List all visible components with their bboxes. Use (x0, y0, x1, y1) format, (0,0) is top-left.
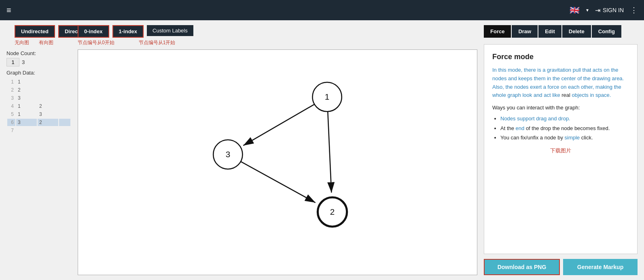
left-panel: Undirected Directed 无向图 有向图 Node Count: … (6, 25, 71, 275)
row-cell: 3 (16, 94, 37, 102)
draw-mode-button[interactable]: Draw (512, 25, 538, 38)
row-cell (59, 119, 70, 126)
edit-mode-button[interactable]: Edit (538, 25, 561, 38)
info-simple-text: simple (565, 135, 580, 141)
sign-in-button[interactable]: ⇥ SIGN IN (595, 6, 624, 14)
index-buttons: 0-index 1-index Custom Labels (78, 25, 477, 38)
graph-type-buttons: Undirected Directed (15, 25, 71, 38)
more-icon[interactable]: ⋮ (630, 6, 638, 15)
flag-icon[interactable]: 🇬🇧 (570, 5, 580, 15)
node-count-row: 3 (6, 58, 71, 66)
row-cell (38, 127, 58, 134)
row-cell: 3 (38, 111, 58, 118)
svg-line-1 (328, 111, 331, 192)
info-title: Force mode (492, 53, 629, 61)
row-cell (59, 86, 70, 94)
one-index-subtitle: 节点编号从1开始 (139, 39, 176, 46)
info-end-text: end (516, 125, 525, 131)
hamburger-icon[interactable]: ≡ (6, 6, 11, 15)
row-number: 1 (7, 78, 15, 85)
chevron-down-icon: ▾ (586, 7, 589, 13)
center-panel: 0-index 1-index Custom Labels 节点编号从0开始 节… (78, 25, 477, 275)
table-row: 33 (7, 94, 70, 102)
undirected-button[interactable]: Undirected (15, 25, 55, 38)
table-row: 11 (7, 78, 70, 85)
row-cell: 2 (38, 119, 58, 126)
info-description: In this mode, there is a gravitation pul… (492, 66, 629, 100)
row-cell (38, 78, 58, 85)
undirected-subtitle: 无向图 (15, 39, 29, 46)
one-index-button[interactable]: 1-index (112, 25, 144, 38)
right-panel: Force Draw Edit Delete Config Force mode… (484, 25, 638, 275)
download-image-link[interactable]: 下载图片 (492, 147, 629, 154)
row-cell: 2 (16, 86, 37, 94)
row-cell: 1 (16, 111, 37, 118)
row-cell (59, 78, 70, 85)
row-cell (59, 94, 70, 102)
zero-index-button[interactable]: 0-index (78, 25, 109, 38)
info-bullet1-text: Nodes support drag and drop. (500, 115, 570, 122)
row-cell (59, 111, 70, 118)
header-left: ≡ (6, 6, 11, 15)
row-cell (59, 127, 70, 134)
delete-mode-button[interactable]: Delete (562, 25, 591, 38)
zero-index-subtitle: 节点编号从0开始 (78, 39, 114, 46)
row-cell (38, 94, 58, 102)
graph-canvas[interactable]: 123 (78, 49, 477, 275)
generate-markup-button[interactable]: Generate Markup (563, 259, 638, 275)
info-list-item-1: Nodes support drag and drop. (500, 114, 629, 123)
info-box: Force mode In this mode, there is a grav… (484, 44, 638, 254)
info-list: Nodes support drag and drop. At the end … (492, 114, 629, 142)
row-cell (16, 127, 37, 134)
graph-svg: 123 (78, 50, 477, 275)
download-png-button[interactable]: Download as PNG (484, 259, 560, 275)
info-list-item-3: You can fix/unfix a node by simple click… (500, 133, 629, 142)
row-cell: 3 (16, 119, 37, 126)
svg-line-3 (241, 162, 316, 203)
main-container: Undirected Directed 无向图 有向图 Node Count: … (0, 20, 644, 280)
sign-in-icon: ⇥ (595, 6, 600, 14)
row-number: 6 (7, 119, 15, 126)
info-interact-title: Ways you can interact with the graph: (492, 105, 629, 111)
node-count-value: 3 (22, 59, 25, 65)
row-cell: 2 (38, 103, 58, 110)
directed-subtitle: 有向图 (39, 39, 53, 46)
index-labels: 节点编号从0开始 节点编号从1开始 (78, 39, 477, 46)
custom-labels-button[interactable]: Custom Labels (147, 25, 193, 36)
row-number: 5 (7, 111, 15, 118)
row-number: 3 (7, 94, 15, 102)
node-count-label: Node Count: (6, 50, 71, 56)
header: ≡ 🇬🇧 ▾ ⇥ SIGN IN ⋮ (0, 0, 644, 20)
graph-type-labels: 无向图 有向图 (15, 39, 71, 46)
svg-text:2: 2 (330, 207, 335, 216)
graph-data-label: Graph Data: (6, 70, 71, 76)
info-real-text: real (561, 92, 570, 98)
svg-line-2 (243, 104, 314, 145)
row-number: 4 (7, 103, 15, 110)
header-right: 🇬🇧 ▾ ⇥ SIGN IN ⋮ (570, 5, 638, 15)
row-number: 2 (7, 86, 15, 94)
info-list-item-2: At the end of the drop the node becomes … (500, 124, 629, 133)
table-row: 513 (7, 111, 70, 118)
svg-text:3: 3 (226, 150, 230, 159)
table-row: 412 (7, 103, 70, 110)
graph-data-table: 1122334125136327 (6, 77, 71, 135)
svg-text:1: 1 (325, 92, 329, 101)
node-count-input[interactable] (6, 58, 19, 66)
force-mode-button[interactable]: Force (484, 25, 511, 38)
table-row: 632 (7, 119, 70, 126)
row-cell: 1 (16, 78, 37, 85)
row-cell: 1 (16, 103, 37, 110)
row-number: 7 (7, 127, 15, 134)
table-row: 7 (7, 127, 70, 134)
table-row: 22 (7, 86, 70, 94)
config-mode-button[interactable]: Config (592, 25, 621, 38)
mode-buttons: Force Draw Edit Delete Config (484, 25, 638, 38)
row-cell (38, 86, 58, 94)
row-cell (59, 103, 70, 110)
action-buttons: Download as PNG Generate Markup (484, 259, 638, 275)
